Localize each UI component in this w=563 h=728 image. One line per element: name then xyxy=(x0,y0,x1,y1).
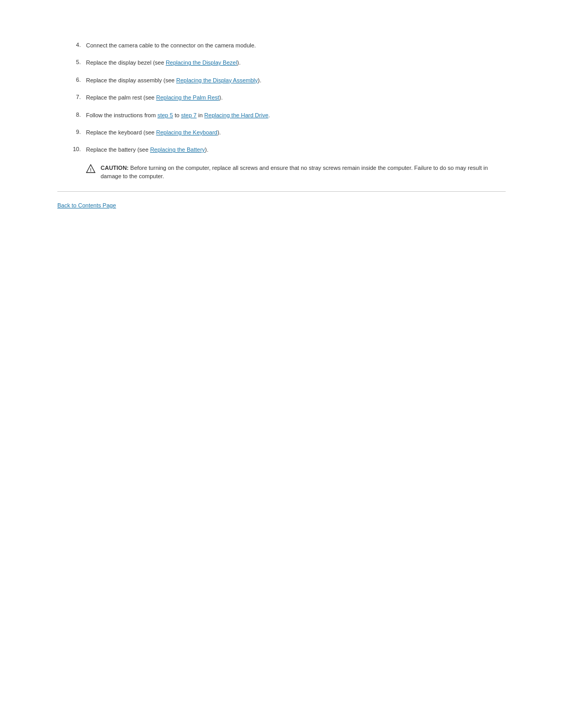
step-7: 7. Replace the palm rest (see Replacing … xyxy=(57,94,506,102)
link-replacing-display-assembly[interactable]: Replacing the Display Assembly xyxy=(176,77,258,83)
link-replacing-display-bezel[interactable]: Replacing the Display Bezel xyxy=(166,59,237,66)
caution-body: Before turning on the computer, replace … xyxy=(101,165,488,180)
step-text-8: Follow the instructions from step 5 to s… xyxy=(86,112,506,119)
link-replacing-palm-rest[interactable]: Replacing the Palm Rest xyxy=(156,94,219,101)
step-6: 6. Replace the display assembly (see Rep… xyxy=(57,77,506,84)
caution-box: ! CAUTION: Before turning on the compute… xyxy=(86,164,506,181)
step-text-7: Replace the palm rest (see Replacing the… xyxy=(86,94,506,102)
step-number-10: 10. xyxy=(57,146,86,152)
step-number-8: 8. xyxy=(57,112,86,118)
step-number-6: 6. xyxy=(57,77,86,83)
step-4: 4. Connect the camera cable to the conne… xyxy=(57,42,506,50)
step-text-10: Replace the battery (see Replacing the B… xyxy=(86,146,506,154)
link-replacing-keyboard[interactable]: Replacing the Keyboard xyxy=(156,129,217,135)
caution-text: CAUTION: Before turning on the computer,… xyxy=(101,164,506,181)
step-text-4: Connect the camera cable to the connecto… xyxy=(86,42,506,50)
step-8: 8. Follow the instructions from step 5 t… xyxy=(57,112,506,119)
link-step-5[interactable]: step 5 xyxy=(157,112,173,118)
link-step-7[interactable]: step 7 xyxy=(181,112,197,118)
svg-text:!: ! xyxy=(90,167,92,172)
steps-list: 4. Connect the camera cable to the conne… xyxy=(57,42,506,154)
step-9: 9. Replace the keyboard (see Replacing t… xyxy=(57,129,506,137)
step-text-6: Replace the display assembly (see Replac… xyxy=(86,77,506,84)
step-number-4: 4. xyxy=(57,42,86,48)
step-10: 10. Replace the battery (see Replacing t… xyxy=(57,146,506,154)
step-5: 5. Replace the display bezel (see Replac… xyxy=(57,59,506,67)
step-number-5: 5. xyxy=(57,59,86,65)
step-number-9: 9. xyxy=(57,129,86,135)
horizontal-divider xyxy=(57,191,506,192)
caution-icon: ! xyxy=(86,164,95,175)
step-text-5: Replace the display bezel (see Replacing… xyxy=(86,59,506,67)
link-replacing-battery[interactable]: Replacing the Battery xyxy=(150,146,205,153)
main-content: 4. Connect the camera cable to the conne… xyxy=(0,0,563,240)
step-text-9: Replace the keyboard (see Replacing the … xyxy=(86,129,506,137)
link-replacing-hard-drive[interactable]: Replacing the Hard Drive xyxy=(204,112,268,118)
step-number-7: 7. xyxy=(57,94,86,100)
back-to-contents-link[interactable]: Back to Contents Page xyxy=(57,202,116,208)
back-link-container: Back to Contents Page xyxy=(57,202,506,208)
caution-label: CAUTION: xyxy=(101,165,129,171)
